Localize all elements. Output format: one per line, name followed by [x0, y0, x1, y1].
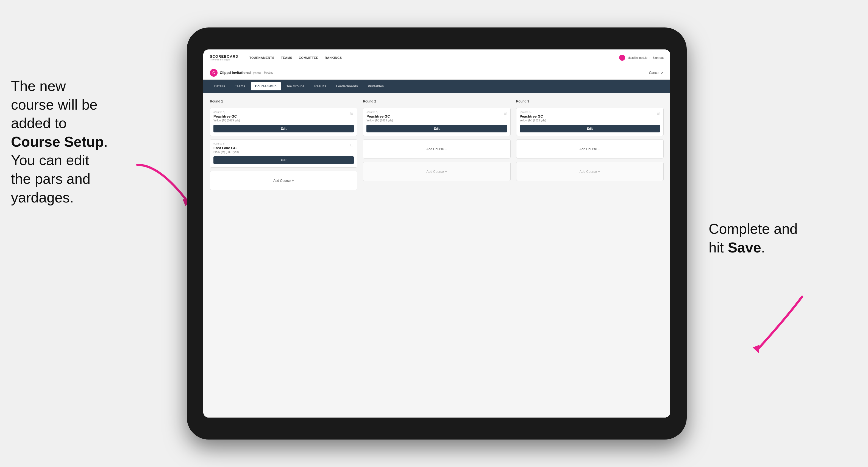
close-icon[interactable]: ✕: [661, 71, 663, 75]
round3-add-course-disabled-text: Add Course+: [580, 169, 600, 174]
svg-marker-1: [753, 345, 760, 353]
annotation-line2: course will be: [11, 97, 97, 113]
round3-add-course-disabled: Add Course+: [516, 162, 663, 181]
round2-course-a-edit-button[interactable]: Edit: [366, 125, 507, 132]
tab-bar: Details Teams Course Setup Tee Groups Re…: [203, 80, 670, 93]
tab-teams[interactable]: Teams: [230, 82, 249, 90]
brand-subtitle: Powered by clippd: [210, 59, 239, 61]
sign-out-link[interactable]: Sign out: [653, 56, 663, 59]
round-2-column: Round 2 (Course A) Peachtree GC Yellow (…: [363, 99, 510, 190]
brand: SCOREBOARD Powered by clippd: [210, 54, 239, 61]
arrow-right: [736, 291, 808, 363]
round2-course-a-card: (Course A) Peachtree GC Yellow (M) (6629…: [363, 108, 510, 136]
tab-tee-groups[interactable]: Tee Groups: [282, 82, 309, 90]
hosting-badge: Hosting: [264, 71, 273, 74]
round3-course-a-edit-button[interactable]: Edit: [520, 125, 660, 132]
cancel-button[interactable]: Cancel: [649, 71, 659, 75]
round-1-column: Round 1 (Course A) Peachtree GC Yellow (…: [210, 99, 358, 190]
annotation-line3: added to: [11, 115, 66, 131]
round-2-label: Round 2: [363, 99, 510, 103]
annotation-line4-bold: Course Setup: [11, 134, 104, 150]
round1-course-a-name: Peachtree GC: [213, 114, 354, 118]
annotation-right-line1: Complete and: [709, 221, 798, 237]
round1-course-b-header: (Course B): [213, 142, 354, 145]
sub-nav-right: Cancel ✕: [649, 71, 663, 75]
annotation-line6: the pars and: [11, 171, 90, 187]
brand-title: SCOREBOARD: [210, 54, 239, 59]
round3-add-course-text: Add Course+: [580, 147, 600, 151]
round3-course-a-delete-icon[interactable]: ⊟: [656, 111, 661, 116]
nav-teams[interactable]: TEAMS: [281, 55, 292, 60]
round1-course-a-header: (Course A): [213, 111, 354, 114]
nav-rankings[interactable]: RANKINGS: [325, 55, 342, 60]
round2-course-a-delete-icon[interactable]: ⊟: [503, 111, 507, 116]
tournament-name[interactable]: Clippd Invitational: [220, 71, 251, 75]
round2-course-a-header: (Course A): [366, 111, 507, 114]
tournament-logo: C: [210, 69, 218, 76]
tab-course-setup[interactable]: Course Setup: [251, 82, 281, 90]
nav-tournaments[interactable]: TOURNAMENTS: [249, 55, 274, 60]
nav-links: TOURNAMENTS TEAMS COMMITTEE RANKINGS: [249, 55, 612, 60]
annotation-line5: You can edit: [11, 152, 89, 168]
round1-course-b-edit-button[interactable]: Edit: [213, 156, 354, 164]
round1-course-b-delete-icon[interactable]: ⊟: [349, 142, 354, 147]
round3-course-a-card: (Course A) Peachtree GC Yellow (M) (6629…: [516, 108, 663, 136]
round3-add-course-button[interactable]: Add Course+: [516, 139, 663, 158]
round-3-column: Round 3 (Course A) Peachtree GC Yellow (…: [516, 99, 663, 190]
round1-course-a-card: (Course A) Peachtree GC Yellow (M) (6629…: [210, 108, 358, 136]
annotation-left: The new course will be added to Course S…: [11, 77, 137, 207]
round1-course-a-delete-icon[interactable]: ⊟: [349, 111, 354, 116]
round1-course-a-details: Yellow (M) (6629 yds): [213, 119, 354, 122]
round1-course-b-card: (Course B) East Lake GC Black (M) (6891 …: [210, 139, 358, 167]
main-content: Round 1 (Course A) Peachtree GC Yellow (…: [203, 93, 670, 417]
round-3-label: Round 3: [516, 99, 663, 103]
round3-course-a-header: (Course A): [520, 111, 660, 114]
tournament-gender: (Men): [253, 71, 261, 74]
round1-course-a-edit-button[interactable]: Edit: [213, 125, 354, 132]
tab-printables[interactable]: Printables: [363, 82, 388, 90]
user-email: blair@clippd.io: [627, 56, 647, 59]
nav-separator: |: [650, 56, 650, 59]
round1-course-b-name: East Lake GC: [213, 146, 354, 150]
annotation-line1: The new: [11, 78, 66, 94]
nav-right: blair@clippd.io | Sign out: [619, 55, 663, 61]
round1-add-course-text: Add Course+: [273, 178, 294, 183]
top-nav: SCOREBOARD Powered by clippd TOURNAMENTS…: [203, 50, 670, 66]
round2-add-course-text: Add Course+: [426, 147, 447, 151]
nav-committee[interactable]: COMMITTEE: [299, 55, 318, 60]
round2-add-course-disabled: Add Course+: [363, 162, 510, 181]
round1-course-b-details: Black (M) (6891 yds): [213, 151, 354, 154]
sub-nav: C Clippd Invitational (Men) Hosting Canc…: [203, 66, 670, 80]
user-avatar: [619, 55, 625, 61]
round2-course-a-name: Peachtree GC: [366, 114, 507, 118]
tab-details[interactable]: Details: [210, 82, 229, 90]
annotation-right-line2-bold: Save: [727, 240, 761, 255]
round1-add-course-button[interactable]: Add Course+: [210, 171, 358, 190]
round-1-label: Round 1: [210, 99, 358, 103]
round3-course-a-details: Yellow (M) (6629 yds): [520, 119, 660, 122]
annotation-right-line2-prefix: hit: [709, 240, 727, 255]
rounds-grid: Round 1 (Course A) Peachtree GC Yellow (…: [210, 99, 663, 190]
round2-add-course-button[interactable]: Add Course+: [363, 139, 510, 158]
annotation-right: Complete and hit Save.: [709, 220, 813, 257]
tablet-device: SCOREBOARD Powered by clippd TOURNAMENTS…: [187, 28, 687, 439]
tab-leaderboards[interactable]: Leaderboards: [332, 82, 362, 90]
tablet-screen: SCOREBOARD Powered by clippd TOURNAMENTS…: [203, 50, 670, 417]
tab-results[interactable]: Results: [310, 82, 331, 90]
annotation-line7: yardages.: [11, 190, 73, 206]
round2-course-a-details: Yellow (M) (6629 yds): [366, 119, 507, 122]
round2-add-course-disabled-text: Add Course+: [426, 169, 447, 174]
round3-course-a-name: Peachtree GC: [520, 114, 660, 118]
